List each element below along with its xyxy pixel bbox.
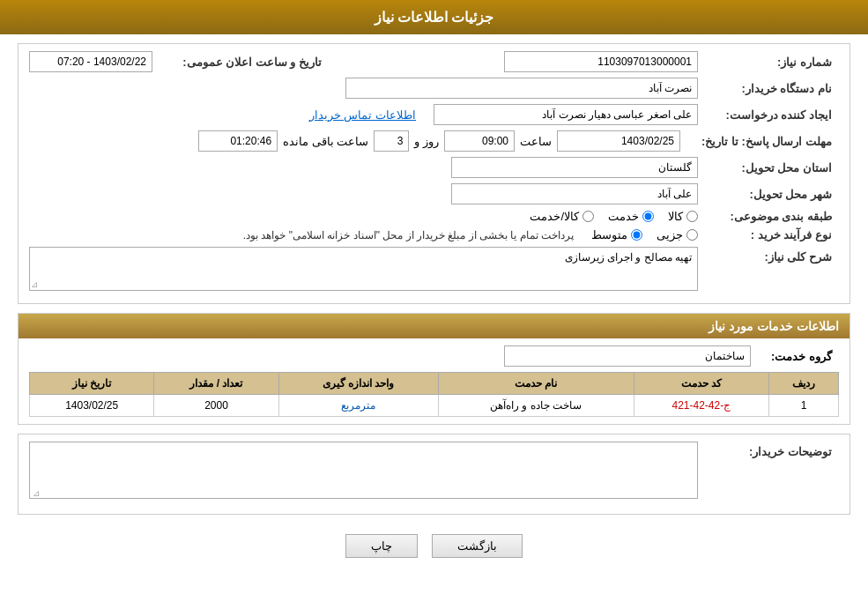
resize-handle: ⊿ xyxy=(31,279,38,289)
col-row-number: ردیف xyxy=(769,373,839,395)
category-label-kala: کالا xyxy=(668,210,683,223)
cell-unit: مترمربع xyxy=(278,395,438,417)
category-radio-group: کالا خدمت کالا/خدمت xyxy=(530,210,698,223)
purchase-label-jozee: جزیی xyxy=(657,228,683,241)
service-info-header: اطلاعات خدمات مورد نیاز xyxy=(19,314,849,338)
response-time-label: ساعت xyxy=(520,135,552,148)
category-label-kala-khedmat: کالا/خدمت xyxy=(530,210,579,223)
category-option-kala-khedmat: کالا/خدمت xyxy=(530,210,594,223)
main-info-body: شماره نیاز: تاریخ و ساعت اعلان عمومی: نا… xyxy=(19,44,849,303)
service-table-section: ردیف کد حدمت نام حدمت واحد اندازه گیری ت… xyxy=(29,372,839,417)
city-label: شهر محل تحویل: xyxy=(698,188,839,201)
page-title: جزئیات اطلاعات نیاز xyxy=(375,10,494,25)
creator-input[interactable] xyxy=(434,104,698,125)
page-header: جزئیات اطلاعات نیاز xyxy=(0,0,868,34)
contact-link[interactable]: اطلاعات تماس خریدار xyxy=(309,108,416,122)
purchase-option-motevaset: متوسط xyxy=(591,228,642,241)
buyer-description-section: توضیحات خریدار: ⊿ xyxy=(18,434,850,515)
table-header-row: ردیف کد حدمت نام حدمت واحد اندازه گیری ت… xyxy=(30,373,839,395)
back-button[interactable]: بازگشت xyxy=(432,534,523,558)
col-date: تاریخ نیاز xyxy=(30,373,154,395)
purchase-type-label: نوع فرآیند خرید : xyxy=(698,228,839,241)
purchase-radio-jozee[interactable] xyxy=(686,229,698,241)
response-days-input[interactable] xyxy=(374,130,409,152)
city-input[interactable] xyxy=(451,183,698,204)
col-unit: واحد اندازه گیری xyxy=(278,373,438,395)
response-time-input[interactable] xyxy=(444,130,515,152)
response-remaining-label: ساعت باقی مانده xyxy=(283,135,368,148)
purchase-notice: پرداخت تمام یا بخشی از مبلغ خریدار از مح… xyxy=(243,229,574,241)
response-deadline-row: مهلت ارسال پاسخ: تا تاریخ: ساعت روز و سا… xyxy=(29,130,839,152)
category-option-khedmat: خدمت xyxy=(608,210,654,223)
description-row: شرح کلی نیاز: تهیه مصالح و اجرای زیرسازی… xyxy=(29,247,839,291)
buyer-name-input[interactable] xyxy=(345,78,698,99)
buyer-name-row: نام دستگاه خریدار: xyxy=(29,78,839,99)
buyer-name-label: نام دستگاه خریدار: xyxy=(698,82,839,95)
need-number-label: شماره نیاز: xyxy=(698,56,839,69)
description-label: شرح کلی نیاز: xyxy=(698,247,839,264)
response-days-label: روز و xyxy=(414,135,439,148)
print-button[interactable]: چاپ xyxy=(345,534,418,558)
category-label: طبقه بندی موضوعی: xyxy=(698,210,839,223)
description-value: تهیه مصالح و اجرای زیرسازی xyxy=(29,247,698,291)
purchase-label-motevaset: متوسط xyxy=(591,228,627,241)
cell-service-name: ساخت جاده و راه‌آهن xyxy=(438,395,634,417)
service-info-section: اطلاعات خدمات مورد نیاز گروه خدمت: ردیف … xyxy=(18,313,850,425)
buyer-description-label: توضیحات خریدار: xyxy=(698,442,839,458)
category-label-khedmat: خدمت xyxy=(608,210,639,223)
purchase-type-row: نوع فرآیند خرید : جزیی متوسط پرداخت تمام… xyxy=(29,228,839,241)
category-radio-kala[interactable] xyxy=(686,211,698,222)
purchase-radio-motevaset[interactable] xyxy=(631,229,642,241)
cell-row-number: 1 xyxy=(769,395,839,417)
province-row: استان محل تحویل: xyxy=(29,157,839,178)
province-input[interactable] xyxy=(451,157,698,178)
cell-quantity: 2000 xyxy=(154,395,278,417)
service-group-row: گروه خدمت: xyxy=(29,345,839,367)
need-number-input[interactable] xyxy=(504,51,698,72)
service-group-input[interactable] xyxy=(504,345,751,367)
need-number-row: شماره نیاز: تاریخ و ساعت اعلان عمومی: xyxy=(29,51,839,72)
purchase-option-jozee: جزیی xyxy=(657,228,698,241)
response-date-input[interactable] xyxy=(557,130,680,152)
creator-label: ایجاد کننده درخواست: xyxy=(698,108,839,122)
buyer-description-body: توضیحات خریدار: ⊿ xyxy=(19,434,849,514)
category-row: طبقه بندی موضوعی: کالا خدمت کالا/خدمت xyxy=(29,210,839,223)
service-table: ردیف کد حدمت نام حدمت واحد اندازه گیری ت… xyxy=(29,372,839,417)
main-info-section: شماره نیاز: تاریخ و ساعت اعلان عمومی: نا… xyxy=(18,43,850,304)
button-row: بازگشت چاپ xyxy=(18,524,850,568)
buyer-description-container: ⊿ xyxy=(29,442,698,501)
province-label: استان محل تحویل: xyxy=(698,161,839,175)
col-quantity: تعداد / مقدار xyxy=(154,373,278,395)
creator-row: ایجاد کننده درخواست: اطلاعات تماس خریدار xyxy=(29,104,839,125)
service-info-body: گروه خدمت: ردیف کد حدمت نام حدمت واحد ان… xyxy=(19,338,849,424)
table-row: 1 ج-42-42-421 ساخت جاده و راه‌آهن مترمرب… xyxy=(30,395,839,417)
buyer-resize-handle: ⊿ xyxy=(33,488,40,498)
description-container: تهیه مصالح و اجرای زیرسازی ⊿ xyxy=(29,247,698,291)
main-content: شماره نیاز: تاریخ و ساعت اعلان عمومی: نا… xyxy=(0,34,868,577)
buyer-description-row: توضیحات خریدار: ⊿ xyxy=(29,442,839,501)
page-container: جزئیات اطلاعات نیاز شماره نیاز: تاریخ و … xyxy=(0,0,868,609)
cell-date: 1403/02/25 xyxy=(30,395,154,417)
response-remaining-input[interactable] xyxy=(198,130,278,152)
cell-service-code: ج-42-42-421 xyxy=(634,395,769,417)
announcement-label: تاریخ و ساعت اعلان عمومی: xyxy=(152,56,329,69)
buyer-description-textarea[interactable] xyxy=(29,442,698,499)
col-service-code: کد حدمت xyxy=(634,373,769,395)
category-option-kala: کالا xyxy=(668,210,698,223)
purchase-radio-group: جزیی متوسط xyxy=(591,228,698,241)
category-radio-kala-khedmat[interactable] xyxy=(582,211,594,222)
announcement-input[interactable] xyxy=(29,51,152,72)
response-deadline-label: مهلت ارسال پاسخ: تا تاریخ: xyxy=(680,135,839,148)
category-radio-khedmat[interactable] xyxy=(642,211,654,222)
city-row: شهر محل تحویل: xyxy=(29,183,839,204)
service-group-label: گروه خدمت: xyxy=(751,350,839,363)
service-table-body: 1 ج-42-42-421 ساخت جاده و راه‌آهن مترمرب… xyxy=(30,395,839,417)
col-service-name: نام حدمت xyxy=(438,373,634,395)
